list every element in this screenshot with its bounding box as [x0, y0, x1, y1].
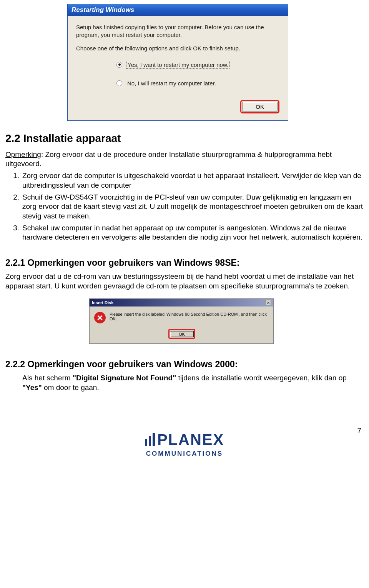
insert-disk-body: Please insert the disk labeled 'Windows … [90, 306, 273, 343]
restart-radio-group: Yes, I want to restart my computer now. … [116, 61, 279, 87]
list-item-1: 1. Zorg ervoor dat de computer is uitges… [5, 171, 364, 190]
note-paragraph: Opmerking: Zorg ervoor dat u de procedur… [5, 150, 364, 169]
list-body-3: Schakel uw computer in nadat het apparaa… [22, 223, 364, 242]
numbered-list: 1. Zorg ervoor dat de computer is uitges… [5, 171, 364, 242]
radio-no-icon[interactable] [116, 80, 122, 86]
radio-yes-icon[interactable] [116, 62, 122, 68]
list-item-2: 2. Schuif de GW-DS54GT voorzichtig in de… [5, 193, 364, 221]
note-body: : Zorg ervoor dat u de procedure onder [41, 150, 169, 158]
list-item-3: 3. Schakel uw computer in nadat het appa… [5, 223, 364, 242]
radio-yes-label: Yes, I want to restart my computer now. [126, 61, 230, 69]
restart-dialog-footer: OK [76, 98, 279, 113]
note-label: Opmerking [5, 150, 41, 158]
insert-disk-dialog: Insert Disk ✕ Please insert the disk lab… [89, 298, 274, 344]
list-body-2: Schuif de GW-DS54GT voorzichtig in de PC… [22, 193, 364, 221]
error-icon [94, 312, 106, 323]
list-num-3: 3. [5, 223, 22, 242]
heading-2-2-2: 2.2.2 Opmerkingen voor gebruikers van Wi… [5, 359, 364, 370]
restart-option-no-row[interactable]: No, I will restart my computer later. [116, 80, 279, 87]
list-body-1: Zorg ervoor dat de computer is uitgescha… [22, 171, 364, 190]
logo-bars-icon [145, 433, 155, 446]
heading-2-2-1: 2.2.1 Opmerkingen voor gebruikers van Wi… [5, 258, 364, 268]
p2000-c: om door te gaan. [42, 383, 99, 391]
brand-logo: PLANEX [145, 431, 224, 448]
brand-subtitle: COMMUNICATIONS [146, 450, 223, 458]
document-body: 2.2 Installatie apparaat Opmerking: Zorg… [0, 132, 369, 393]
heading-2-2: 2.2 Installatie apparaat [5, 132, 364, 145]
p2000-bold2: "Yes" [22, 383, 42, 391]
page-footer: 7 PLANEX COMMUNICATIONS [0, 431, 369, 469]
list-num-2: 2. [5, 193, 22, 221]
insert-disk-ok-button[interactable]: OK [170, 331, 194, 337]
p2000-a: Als het scherm [22, 374, 73, 382]
paragraph-2000: Als het scherm "Digital Signature Not Fo… [22, 373, 364, 392]
ok-highlight: OK [240, 100, 279, 113]
restart-option-yes-row[interactable]: Yes, I want to restart my computer now. [116, 61, 279, 69]
paragraph-98se: Zorg ervoor dat u de cd-rom van uw bestu… [5, 272, 364, 291]
insert-disk-titlebar: Insert Disk ✕ [90, 299, 273, 306]
list-num-1: 1. [5, 171, 22, 190]
insert-disk-footer: OK [94, 329, 269, 339]
restart-ok-button[interactable]: OK [242, 102, 278, 112]
p2000-bold1: "Digital Signature Not Found" [73, 374, 176, 382]
close-icon[interactable]: ✕ [265, 300, 271, 305]
insert-disk-title-text: Insert Disk [92, 300, 113, 305]
restart-dialog-title: Restarting Windows [68, 4, 288, 16]
p2000-b: tijdens de installatie wordt weergegeven… [176, 374, 347, 382]
page-number: 7 [357, 426, 361, 435]
insert-disk-message: Please insert the disk labeled 'Windows … [110, 312, 269, 321]
restart-dialog: Restarting Windows Setup has finished co… [67, 4, 288, 121]
restart-dialog-body: Setup has finished copying files to your… [68, 16, 288, 120]
radio-no-label: No, I will restart my computer later. [126, 80, 217, 87]
brand-name: PLANEX [157, 431, 224, 448]
restart-text-2: Choose one of the following options and … [76, 45, 279, 52]
restart-text-1: Setup has finished copying files to your… [76, 23, 279, 39]
note-bold: Installatie stuurprogramma & hulpprogram… [169, 150, 316, 158]
disk-ok-highlight: OK [168, 329, 195, 339]
